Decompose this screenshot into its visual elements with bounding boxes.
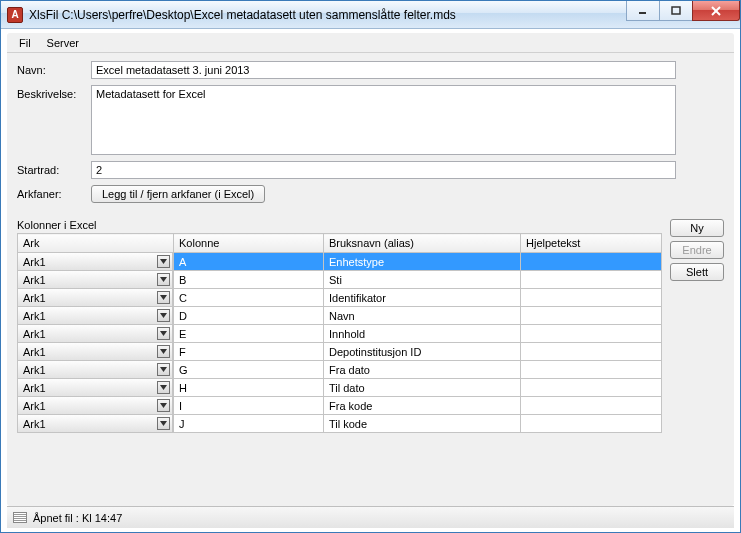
chevron-down-icon[interactable]	[157, 399, 170, 412]
hjelpetekst-cell[interactable]	[521, 333, 661, 335]
menu-bar: Fil Server	[7, 33, 734, 53]
app-icon: A	[7, 7, 23, 23]
ark-dropdown[interactable]: Ark1	[18, 415, 173, 432]
ark-dropdown[interactable]: Ark1	[18, 271, 173, 288]
grid-title: Kolonner i Excel	[17, 219, 662, 231]
maximize-button[interactable]	[659, 1, 693, 21]
document-icon	[13, 512, 27, 523]
arkfaner-label: Arkfaner:	[17, 185, 91, 200]
chevron-down-icon[interactable]	[157, 327, 170, 340]
minimize-button[interactable]	[626, 1, 660, 21]
chevron-down-icon[interactable]	[157, 273, 170, 286]
ark-dropdown[interactable]: Ark1	[18, 289, 173, 306]
hjelpetekst-cell[interactable]	[521, 297, 661, 299]
bruksnavn-cell[interactable]: Til dato	[324, 381, 520, 395]
status-bar: Åpnet fil : Kl 14:47	[7, 506, 734, 528]
grid-header-kolonne[interactable]: Kolonne	[174, 234, 324, 253]
startrad-label: Startrad:	[17, 161, 91, 176]
bruksnavn-cell[interactable]: Innhold	[324, 327, 520, 341]
hjelpetekst-cell[interactable]	[521, 261, 661, 263]
kolonne-cell[interactable]: B	[174, 273, 323, 287]
bruksnavn-cell[interactable]: Identifikator	[324, 291, 520, 305]
navn-input[interactable]	[91, 61, 676, 79]
content-area: Navn: Beskrivelse: Metadatasett for Exce…	[7, 53, 734, 506]
kolonne-cell[interactable]: H	[174, 381, 323, 395]
chevron-down-icon[interactable]	[157, 255, 170, 268]
navn-label: Navn:	[17, 61, 91, 76]
table-row[interactable]: Ark1CIdentifikator	[18, 289, 662, 307]
bruksnavn-cell[interactable]: Sti	[324, 273, 520, 287]
ark-dropdown[interactable]: Ark1	[18, 307, 173, 324]
beskrivelse-label: Beskrivelse:	[17, 85, 91, 100]
svg-rect-1	[672, 7, 680, 14]
menu-server[interactable]: Server	[39, 35, 87, 51]
hjelpetekst-cell[interactable]	[521, 315, 661, 317]
table-row[interactable]: Ark1DNavn	[18, 307, 662, 325]
startrad-input[interactable]	[91, 161, 676, 179]
bruksnavn-cell[interactable]: Enhetstype	[324, 255, 520, 269]
grid-header-bruksnavn[interactable]: Bruksnavn (alias)	[324, 234, 521, 253]
kolonne-cell[interactable]: A	[174, 255, 323, 269]
ny-button[interactable]: Ny	[670, 219, 724, 237]
kolonne-cell[interactable]: C	[174, 291, 323, 305]
kolonne-cell[interactable]: F	[174, 345, 323, 359]
table-row[interactable]: Ark1EInnhold	[18, 325, 662, 343]
hjelpetekst-cell[interactable]	[521, 387, 661, 389]
slett-button[interactable]: Slett	[670, 263, 724, 281]
window-title: XlsFil C:\Users\perfre\Desktop\Excel met…	[29, 8, 456, 22]
table-row[interactable]: Ark1BSti	[18, 271, 662, 289]
chevron-down-icon[interactable]	[157, 417, 170, 430]
hjelpetekst-cell[interactable]	[521, 405, 661, 407]
close-button[interactable]	[692, 1, 740, 21]
grid-header-ark[interactable]: Ark	[18, 234, 174, 253]
table-row[interactable]: Ark1FDepotinstitusjon ID	[18, 343, 662, 361]
table-row[interactable]: Ark1HTil dato	[18, 379, 662, 397]
title-bar[interactable]: A XlsFil C:\Users\perfre\Desktop\Excel m…	[1, 1, 740, 29]
hjelpetekst-cell[interactable]	[521, 351, 661, 353]
window-controls	[627, 1, 740, 21]
chevron-down-icon[interactable]	[157, 309, 170, 322]
bruksnavn-cell[interactable]: Fra dato	[324, 363, 520, 377]
bruksnavn-cell[interactable]: Til kode	[324, 417, 520, 431]
ark-dropdown[interactable]: Ark1	[18, 325, 173, 342]
chevron-down-icon[interactable]	[157, 381, 170, 394]
table-row[interactable]: Ark1AEnhetstype	[18, 253, 662, 271]
kolonne-cell[interactable]: I	[174, 399, 323, 413]
table-row[interactable]: Ark1GFra dato	[18, 361, 662, 379]
chevron-down-icon[interactable]	[157, 291, 170, 304]
bruksnavn-cell[interactable]: Fra kode	[324, 399, 520, 413]
bruksnavn-cell[interactable]: Depotinstitusjon ID	[324, 345, 520, 359]
kolonne-cell[interactable]: D	[174, 309, 323, 323]
bruksnavn-cell[interactable]: Navn	[324, 309, 520, 323]
table-row[interactable]: Ark1JTil kode	[18, 415, 662, 433]
ark-dropdown[interactable]: Ark1	[18, 343, 173, 360]
ark-dropdown[interactable]: Ark1	[18, 361, 173, 378]
ark-dropdown[interactable]: Ark1	[18, 253, 173, 270]
hjelpetekst-cell[interactable]	[521, 369, 661, 371]
chevron-down-icon[interactable]	[157, 345, 170, 358]
beskrivelse-textarea[interactable]: Metadatasett for Excel	[91, 85, 676, 155]
kolonne-cell[interactable]: E	[174, 327, 323, 341]
columns-grid[interactable]: Ark Kolonne Bruksnavn (alias) Hjelpeteks…	[17, 233, 662, 433]
endre-button[interactable]: Endre	[670, 241, 724, 259]
app-window: A XlsFil C:\Users\perfre\Desktop\Excel m…	[0, 0, 741, 533]
ark-dropdown[interactable]: Ark1	[18, 379, 173, 396]
table-row[interactable]: Ark1IFra kode	[18, 397, 662, 415]
menu-file[interactable]: Fil	[11, 35, 39, 51]
hjelpetekst-cell[interactable]	[521, 279, 661, 281]
ark-dropdown[interactable]: Ark1	[18, 397, 173, 414]
hjelpetekst-cell[interactable]	[521, 423, 661, 425]
kolonne-cell[interactable]: J	[174, 417, 323, 431]
grid-header-hjelpetekst[interactable]: Hjelpetekst	[521, 234, 662, 253]
arkfaner-button[interactable]: Legg til / fjern arkfaner (i Excel)	[91, 185, 265, 203]
kolonne-cell[interactable]: G	[174, 363, 323, 377]
status-text: Åpnet fil : Kl 14:47	[33, 512, 122, 524]
chevron-down-icon[interactable]	[157, 363, 170, 376]
